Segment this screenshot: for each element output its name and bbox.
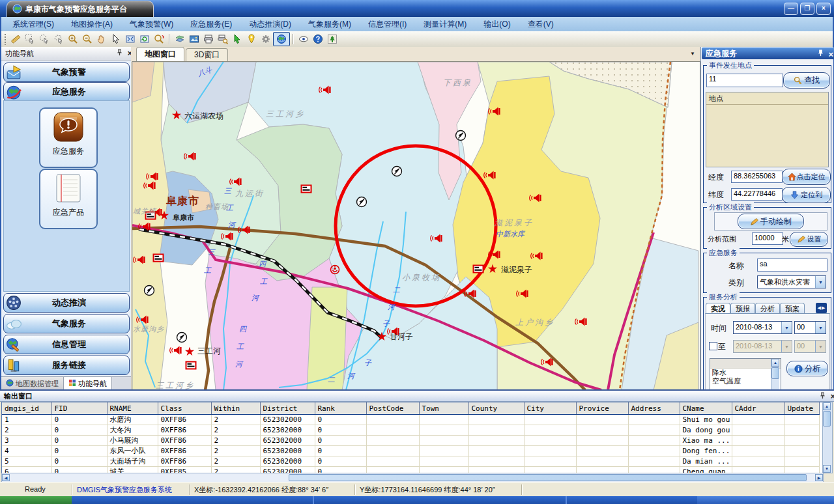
column-header-Address[interactable]: Address xyxy=(628,402,680,415)
output-horizontal-scrollbar[interactable]: ◀ ▶ xyxy=(1,473,824,483)
column-header-RNAME[interactable]: RNAME xyxy=(107,402,158,415)
identify-icon[interactable] xyxy=(152,33,166,46)
flag-marker-icon[interactable] xyxy=(186,362,196,369)
monitor-marker-icon[interactable] xyxy=(456,131,466,141)
menu-item-7[interactable]: 测量计算(M) xyxy=(415,18,475,31)
service-name-input[interactable]: sa xyxy=(757,259,827,272)
analysis-tab-1[interactable]: 预报 xyxy=(730,303,755,314)
column-header-City[interactable]: City xyxy=(524,402,576,415)
table-row[interactable]: 50大面场子沟0XFF8626523020000Da mian ... xyxy=(2,456,819,467)
flag-marker-icon[interactable] xyxy=(154,255,164,262)
full-extent-icon[interactable] xyxy=(123,33,137,46)
layers-icon[interactable] xyxy=(173,33,187,46)
table-row[interactable]: 40东风一小队0XFF8626523020000Dong fen... xyxy=(2,446,819,456)
settings-gear-icon[interactable] xyxy=(259,33,273,46)
locate-to-button[interactable]: 定位到 xyxy=(782,187,831,203)
print-preview-icon[interactable] xyxy=(216,33,230,46)
column-header-Provice[interactable]: Provice xyxy=(576,402,628,415)
latitude-field[interactable]: 44.22778446 xyxy=(731,188,783,201)
pointer-icon[interactable] xyxy=(109,33,123,46)
tab-function-navigation[interactable]: 功能导航 xyxy=(64,377,112,390)
scroll-up-icon[interactable]: ▲ xyxy=(823,402,831,410)
table-row[interactable]: 30小马厩沟0XFF8626523020000Xiao ma ... xyxy=(2,436,819,446)
analysis-tab-3[interactable]: 预案 xyxy=(780,303,805,314)
globe-active-icon[interactable] xyxy=(273,32,290,46)
table-row[interactable]: 10水磨沟0XFF8626523020000Shui mo gou xyxy=(2,415,819,425)
scroll-right-icon[interactable]: ▶ xyxy=(815,474,823,481)
dropdown-arrow-icon[interactable]: ▼ xyxy=(781,322,792,333)
event-location-search-input[interactable]: 11 xyxy=(706,74,783,87)
longitude-field[interactable]: 88.36255063 xyxy=(731,171,783,183)
tab-map-data-management[interactable]: 地图数据管理 xyxy=(1,377,64,390)
column-header-District[interactable]: District xyxy=(260,402,315,415)
map-tab-list-dropdown-icon[interactable]: ▼ xyxy=(690,51,695,57)
toolbar-grip[interactable] xyxy=(4,33,7,45)
monitor-marker-icon[interactable] xyxy=(145,286,154,296)
menu-item-6[interactable]: 信息管理(I) xyxy=(360,18,415,31)
column-header-Update[interactable]: Update xyxy=(784,402,819,415)
hour-select[interactable]: 00 ▼ xyxy=(794,321,826,334)
date-select[interactable]: 2010-08-13 ▼ xyxy=(733,321,792,334)
ruler-icon[interactable] xyxy=(8,33,23,46)
nav-group-weather-warning[interactable]: 气象预警 xyxy=(3,63,130,82)
flag-marker-icon[interactable] xyxy=(474,266,483,273)
column-header-County[interactable]: County xyxy=(468,402,524,415)
click-locate-button[interactable]: 点击定位 xyxy=(782,169,831,185)
manual-draw-button[interactable]: 手动绘制 xyxy=(738,214,804,229)
scroll-up-icon[interactable]: ▲ xyxy=(771,359,779,367)
zoom-in-icon[interactable] xyxy=(66,33,80,46)
analysis-tab-2[interactable]: 分析 xyxy=(755,303,780,314)
nav-group-info-management[interactable]: 信息管理 xyxy=(3,335,130,354)
search-button[interactable]: 查找 xyxy=(783,72,830,89)
export-image-icon[interactable] xyxy=(187,33,201,46)
menu-item-5[interactable]: 气象服务(M) xyxy=(300,18,360,31)
output-vertical-scrollbar[interactable]: ▲ ▼ xyxy=(822,402,833,473)
menu-item-4[interactable]: 动态推演(D) xyxy=(240,18,300,31)
output-table[interactable]: dmgis_idFIDRNAMEClassWithinDistrictRankP… xyxy=(2,402,820,473)
minimize-button[interactable]: — xyxy=(784,3,798,15)
restore-button[interactable]: ❐ xyxy=(800,3,814,15)
map-tab-0[interactable]: 地图窗口 xyxy=(136,47,184,61)
menu-item-9[interactable]: 查看(V) xyxy=(519,18,562,31)
scroll-down-icon[interactable]: ▼ xyxy=(823,465,831,473)
placemark-icon[interactable] xyxy=(244,33,259,46)
nav-group-service-links[interactable]: 服务链接 xyxy=(3,356,130,375)
flag-marker-icon[interactable] xyxy=(302,186,311,193)
analyze-button[interactable]: 分析 xyxy=(786,361,828,376)
map-canvas[interactable]: 六运湖农场三工河乡下西泉九运街阜康市种畜场城关镇阜康市滋泥泉子中新水库滋泥泉子小… xyxy=(132,61,700,391)
select-area-icon[interactable] xyxy=(37,33,51,46)
menu-item-2[interactable]: 气象预警(W) xyxy=(121,18,182,31)
column-header-Town[interactable]: Town xyxy=(419,402,468,415)
zoom-out-icon[interactable] xyxy=(80,33,94,46)
close-icon[interactable]: × xyxy=(828,51,833,58)
close-button[interactable]: × xyxy=(816,3,831,15)
column-header-Rank[interactable]: Rank xyxy=(315,402,366,415)
location-list[interactable]: 地点 xyxy=(706,92,829,167)
scroll-left-icon[interactable]: ◀ xyxy=(2,474,10,481)
emergency-service-button[interactable]: 应急服务 xyxy=(39,107,98,168)
column-header-Class[interactable]: Class xyxy=(158,402,211,415)
menu-item-3[interactable]: 应急服务(E) xyxy=(182,18,240,31)
column-header-CAddr[interactable]: CAddr xyxy=(732,402,784,415)
column-header-Within[interactable]: Within xyxy=(211,402,260,415)
dropdown-arrow-icon[interactable]: ▼ xyxy=(815,322,826,333)
list-item[interactable]: 空气温度 xyxy=(710,377,781,385)
eye-icon[interactable] xyxy=(296,33,311,46)
analysis-tab-0[interactable]: 实况 xyxy=(706,303,730,314)
dropdown-arrow-icon[interactable]: ▼ xyxy=(815,276,826,288)
list-item[interactable]: 降水 xyxy=(710,369,781,377)
column-header-PostCode[interactable]: PostCode xyxy=(366,402,419,415)
emergency-product-button[interactable]: 应急产品 xyxy=(39,169,98,229)
column-header-FID[interactable]: FID xyxy=(51,402,107,415)
print-icon[interactable] xyxy=(201,33,216,46)
green-pointer-icon[interactable] xyxy=(230,33,244,46)
analysis-range-input[interactable]: 10000 xyxy=(752,232,783,245)
close-icon[interactable]: × xyxy=(830,393,834,400)
pin-icon[interactable] xyxy=(819,392,826,400)
column-header-dmgis_id[interactable]: dmgis_id xyxy=(2,402,51,415)
set-button[interactable]: 设置 xyxy=(790,232,828,247)
menu-item-0[interactable]: 系统管理(S) xyxy=(4,18,63,31)
tab-scroll-arrows[interactable]: ◀▶ xyxy=(816,303,827,313)
nav-group-dynamic-simulation[interactable]: 动态推演 xyxy=(3,293,130,313)
help-icon[interactable] xyxy=(311,33,325,46)
